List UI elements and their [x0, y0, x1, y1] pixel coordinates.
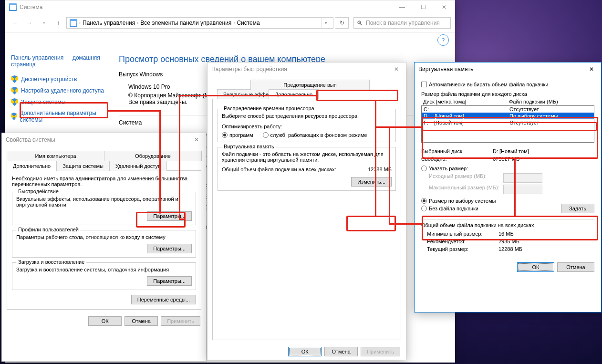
titlebar[interactable]: Виртуальная память ✕ [415, 62, 601, 76]
no-paging-radio[interactable]: Без файла подкачки [421, 206, 478, 211]
breadcrumb-seg[interactable]: Панель управления [83, 20, 135, 26]
disk-row-selected[interactable]: D: [Новый том]По выбору системы [422, 113, 594, 119]
tab-advanced[interactable]: Дополнительно [7, 161, 57, 171]
breadcrumb-seg[interactable]: Все элементы панели управления [140, 20, 231, 26]
col-size: Файл подкачки (МБ) [509, 99, 558, 104]
shield-icon [11, 113, 17, 120]
close-button[interactable]: ✕ [434, 0, 455, 14]
forward-button[interactable]: → [23, 17, 36, 29]
minimize-button[interactable]: — [392, 0, 413, 14]
profiles-group: Профили пользователей Параметры рабочего… [12, 230, 196, 258]
up-button[interactable]: ↑ [52, 17, 64, 29]
startup-group: Загрузка и восстановление Загрузка и вос… [12, 262, 196, 290]
shield-icon [11, 87, 18, 94]
tab-remote[interactable]: Удаленный доступ [109, 161, 167, 171]
selected-label: Выбранный диск: [421, 148, 493, 154]
address-bar: ← → ▾ ↑ › Панель управления › Все элемен… [5, 14, 455, 32]
initial-size-input[interactable] [503, 173, 542, 183]
env-vars-button[interactable]: Переменные среды... [131, 295, 196, 304]
free-label: Свободно: [421, 156, 493, 162]
initial-size-label: Исходный размер (МБ): [429, 173, 500, 183]
cancel-button[interactable]: Отмена [557, 262, 594, 272]
opt-programs-radio[interactable]: программ [222, 132, 253, 138]
opt-services-radio[interactable]: служб, работающих в фоновом режиме [263, 132, 367, 138]
titlebar[interactable]: Свойства системы ✕ [2, 133, 206, 146]
system-properties-dialog: Свойства системы ✕ Имя компьютера Оборуд… [1, 133, 207, 362]
cur-value: 12288 МБ [498, 246, 522, 252]
close-button[interactable]: ✕ [582, 62, 601, 76]
tab-advanced[interactable]: Дополнительно [269, 89, 319, 99]
apply-button[interactable]: Применить [161, 316, 200, 326]
group-title: Профили пользователей [16, 227, 81, 232]
profiles-settings-button[interactable]: Параметры... [147, 244, 192, 253]
max-size-label: Максимальный размер (МБ): [429, 185, 500, 194]
group-title: Быстродействие [16, 188, 61, 194]
custom-size-radio[interactable]: Указать размер: [421, 166, 468, 171]
min-value: 16 МБ [498, 231, 514, 237]
vm-text: Файл подкачки - это область на жестком д… [222, 151, 392, 163]
max-size-input[interactable] [503, 185, 542, 194]
ok-button[interactable]: ОК [88, 316, 122, 326]
disk-row[interactable]: F: [Новый том]Отсутствует [422, 119, 594, 126]
shield-icon [11, 98, 18, 106]
breadcrumb-seg[interactable]: Система [237, 20, 259, 26]
selected-value: D: [Новый том] [493, 148, 529, 154]
close-button[interactable]: ✕ [187, 133, 206, 146]
auto-manage-checkbox[interactable]: Автоматически выбирать объем файла подка… [421, 82, 548, 87]
refresh-button[interactable]: ↻ [335, 17, 349, 29]
sched-text: Выберите способ распределения ресурсов п… [222, 113, 392, 119]
window-title: Параметры быстродействия [211, 66, 287, 73]
tab-protection[interactable]: Защита системы [56, 161, 110, 171]
performance-settings-button[interactable]: Параметры... [147, 211, 192, 221]
optimize-label: Оптимизировать работу: [222, 124, 392, 129]
disk-row[interactable]: C: Отсутствует [422, 106, 594, 113]
sidebar-item-remote[interactable]: Настройка удаленного доступа [11, 85, 104, 96]
sidebar-home-link[interactable]: Панель управления — домашняя страница [11, 54, 104, 68]
shield-icon [11, 75, 18, 83]
tab-computer-name[interactable]: Имя компьютера [7, 151, 104, 161]
list-heading: Размер файла подкачки для каждого диска [421, 91, 594, 97]
titlebar[interactable]: Параметры быстродействия ✕ [208, 62, 406, 76]
virtual-memory-dialog: Виртуальная память ✕ Автоматически выбир… [414, 62, 602, 312]
vm-total-value: 12288 МБ [353, 166, 392, 172]
close-button[interactable]: ✕ [387, 62, 406, 76]
breadcrumb-drop-icon[interactable]: ▾ [322, 18, 330, 28]
set-button[interactable]: Задать [561, 204, 594, 213]
history-dropdown[interactable]: ▾ [38, 17, 50, 29]
ok-button[interactable]: ОК [288, 347, 322, 356]
cancel-button[interactable]: Отмена [324, 347, 358, 356]
startup-settings-button[interactable]: Параметры... [147, 276, 192, 286]
tab-hardware[interactable]: Оборудование [104, 151, 202, 161]
performance-group: Быстродействие Визуальные эффекты, испол… [12, 192, 196, 225]
search-icon: 🔍︎ [357, 20, 363, 27]
performance-text: Визуальные эффекты, использование процес… [16, 196, 192, 208]
breadcrumb[interactable]: › Панель управления › Все элементы панел… [66, 17, 333, 29]
totals-head: Общий объем файла подкачки на всех диска… [421, 222, 594, 228]
sidebar-item-protection[interactable]: Защита системы [11, 96, 104, 108]
window-title: Свойства системы [6, 136, 55, 143]
min-label: Минимальный размер: [427, 231, 498, 237]
apply-button[interactable]: Применить [361, 347, 400, 356]
sidebar-item-device-manager[interactable]: Диспетчер устройств [11, 73, 104, 85]
group-title: Распределение времени процессора [222, 105, 316, 111]
cancel-button[interactable]: Отмена [125, 316, 158, 326]
back-button[interactable]: ← [9, 17, 21, 29]
admin-note: Необходимо иметь права администратора дл… [12, 176, 196, 187]
virtual-memory-group: Виртуальная память Файл подкачки - это о… [218, 147, 396, 191]
free-value: 675127 МБ [493, 156, 519, 162]
tab-dep[interactable]: Предотвращение вып [250, 80, 370, 90]
help-button[interactable]: ? [437, 34, 449, 46]
titlebar[interactable]: Система — ☐ ✕ [5, 0, 455, 14]
profiles-text: Параметры рабочего стола, относящиеся ко… [16, 234, 192, 240]
maximize-button[interactable]: ☐ [413, 0, 434, 14]
disk-list[interactable]: C: Отсутствует D: [Новый том]По выбору с… [421, 105, 594, 143]
group-title: Загрузка и восстановление [16, 259, 86, 265]
search-input[interactable]: 🔍︎ Поиск в панели управления [353, 17, 451, 29]
search-placeholder: Поиск в панели управления [366, 20, 440, 26]
rec-label: Рекомендуется: [427, 239, 498, 244]
vm-change-button[interactable]: Изменить... [351, 177, 392, 187]
system-managed-radio[interactable]: Размер по выбору системы [421, 198, 496, 204]
sidebar-item-advanced[interactable]: Дополнительные параметры системы [11, 108, 104, 125]
computer-icon [70, 19, 77, 27]
ok-button[interactable]: ОК [517, 262, 554, 272]
